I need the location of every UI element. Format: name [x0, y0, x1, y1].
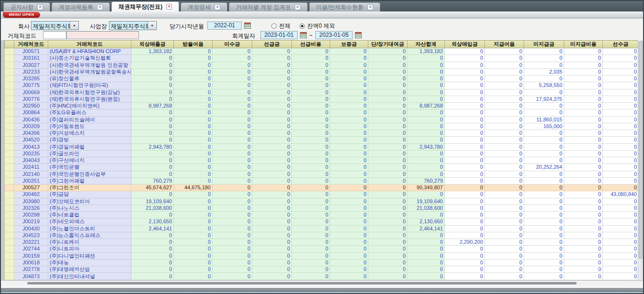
cell-amount[interactable]: 0 [368, 103, 408, 109]
cell-amount[interactable]: 0 [213, 137, 252, 143]
cell-amount[interactable]: 0 [213, 89, 252, 96]
cell-amount[interactable]: 0 [524, 218, 564, 225]
cell-amount[interactable]: 0 [485, 96, 524, 102]
column-header[interactable]: 외상매입금 [445, 41, 485, 48]
cell-amount[interactable]: 0 [368, 218, 408, 225]
cell-amount[interactable]: 0 [603, 116, 639, 123]
cell-vendor-code[interactable]: J03161 [14, 55, 48, 62]
cell-amount[interactable]: 0 [445, 252, 485, 259]
cell-amount[interactable]: 0 [564, 103, 603, 109]
cell-amount[interactable]: 0 [524, 232, 564, 239]
cell-amount[interactable]: 0 [485, 198, 524, 205]
cell-amount[interactable]: 0 [174, 218, 213, 225]
cell-amount[interactable]: 0 [213, 246, 252, 252]
cell-vendor-name[interactable]: (주)니트케이 [48, 239, 131, 246]
column-header[interactable]: 거래처코드 [14, 41, 48, 48]
cell-vendor-name[interactable]: (사)한국관세무역개발원공항특송사무소 [48, 68, 131, 75]
cell-vendor-name[interactable]: (주)국민은행인증사업부 [48, 171, 131, 177]
cell-amount[interactable]: 0 [368, 252, 408, 259]
cell-amount[interactable]: 11,860,015 [524, 116, 564, 123]
cell-amount[interactable]: 0 [213, 259, 252, 266]
cell-amount[interactable]: 0 [368, 55, 408, 62]
cell-amount[interactable]: 0 [368, 130, 408, 137]
cell-amount[interactable]: 0 [524, 239, 564, 246]
radio-all[interactable] [271, 23, 277, 29]
cell-amount[interactable]: 20,252,264 [524, 164, 564, 171]
row-selector-cell[interactable] [5, 96, 14, 102]
tab-notice[interactable]: 공지사항 ✕ [3, 2, 50, 11]
cell-amount[interactable]: 0 [292, 205, 330, 211]
cell-amount[interactable]: 0 [330, 96, 368, 102]
cell-amount[interactable]: 0 [368, 171, 408, 177]
cell-amount[interactable]: 0 [174, 143, 213, 150]
cell-amount[interactable]: 0 [330, 164, 368, 171]
cell-vendor-code[interactable]: J02950 [14, 103, 48, 109]
cell-amount[interactable]: 0 [252, 89, 292, 96]
cell-amount[interactable]: 0 [445, 157, 485, 164]
cell-amount[interactable]: 0 [174, 177, 213, 184]
cell-amount[interactable]: 0 [564, 89, 603, 96]
cell-amount[interactable]: 2,464,141 [131, 225, 174, 232]
cell-amount[interactable]: 0 [131, 96, 174, 102]
row-selector-cell[interactable] [5, 103, 14, 109]
cell-amount[interactable]: 0 [524, 48, 564, 55]
cell-vendor-code[interactable]: J04396 [14, 130, 48, 137]
cell-amount[interactable]: 0 [252, 130, 292, 137]
cell-amount[interactable]: 0 [292, 157, 330, 164]
table-row[interactable]: J02140(주)국민은행인증사업부0000000000000 [5, 171, 639, 177]
row-selector-cell[interactable] [5, 185, 14, 191]
cell-amount[interactable]: 0 [213, 185, 252, 191]
cell-amount[interactable]: 0 [445, 198, 485, 205]
cell-amount[interactable]: 0 [252, 123, 292, 130]
cell-amount[interactable]: 0 [408, 252, 445, 259]
cell-amount[interactable]: 0 [330, 48, 368, 55]
cell-amount[interactable]: 0 [368, 137, 408, 143]
cell-amount[interactable]: 0 [174, 123, 213, 130]
cell-amount[interactable]: 0 [603, 171, 639, 177]
cell-amount[interactable]: 0 [213, 225, 252, 232]
table-row[interactable]: J00159(주)다니엘인터패션0000000000000 [5, 252, 639, 259]
cell-amount[interactable]: 0 [292, 137, 330, 143]
cell-amount[interactable]: 0 [174, 239, 213, 246]
cell-amount[interactable]: 0 [485, 239, 524, 246]
cell-amount[interactable]: 0 [252, 266, 292, 273]
cell-amount[interactable]: 0 [252, 103, 292, 109]
cell-amount[interactable]: 0 [292, 252, 330, 259]
cell-amount[interactable]: 0 [603, 266, 639, 273]
cell-amount[interactable]: 0 [292, 96, 330, 102]
cell-vendor-name[interactable]: (주)네오피에스 [48, 218, 131, 225]
cell-amount[interactable]: 0 [408, 191, 445, 198]
column-header[interactable]: 지급어음 [485, 41, 524, 48]
cell-amount[interactable]: 0 [368, 109, 408, 116]
cell-amount[interactable]: 0 [252, 55, 292, 62]
cell-vendor-code[interactable]: J00159 [14, 252, 48, 259]
cell-amount[interactable]: 0 [564, 123, 603, 130]
cell-amount[interactable]: 0 [408, 171, 445, 177]
row-selector-cell[interactable] [5, 76, 14, 82]
cell-vendor-name[interactable]: (주)너트클럽 [48, 212, 131, 218]
cell-vendor-code[interactable]: J02778 [14, 266, 48, 273]
cell-amount[interactable]: 19,109,640 [408, 198, 445, 205]
cell-amount[interactable]: 0 [485, 82, 524, 89]
cell-amount[interactable]: 0 [330, 171, 368, 177]
table-row[interactable]: J00436(주)갤러리드슬레이000000000011,860,01500 [5, 116, 639, 123]
table-row[interactable]: J00209(주)거림트렌드0000000000165,00000 [5, 123, 639, 130]
cell-vendor-code[interactable]: J03980 [14, 198, 48, 205]
cell-vendor-code[interactable]: J04043 [14, 157, 48, 164]
cell-amount[interactable]: 0 [603, 198, 639, 205]
row-selector-cell[interactable] [5, 48, 14, 55]
cell-amount[interactable]: 0 [213, 76, 252, 82]
cell-amount[interactable]: 0 [368, 123, 408, 130]
column-header[interactable]: 거래처코드 [48, 41, 131, 48]
cell-amount[interactable]: 0 [330, 232, 368, 239]
cell-amount[interactable]: 0 [252, 177, 292, 184]
cell-amount[interactable]: 0 [524, 273, 564, 280]
cell-amount[interactable]: 0 [174, 171, 213, 177]
table-row[interactable]: J02950(주)HNC(에이치앤씨)8,987,2680000008,987,… [5, 103, 639, 109]
cell-amount[interactable]: 0 [445, 137, 485, 143]
cell-amount[interactable]: 0 [564, 191, 603, 198]
cell-amount[interactable]: 0 [213, 68, 252, 75]
cell-amount[interactable]: 0 [445, 273, 485, 280]
cell-amount[interactable]: 0 [330, 212, 368, 218]
row-selector-cell[interactable] [5, 218, 14, 225]
